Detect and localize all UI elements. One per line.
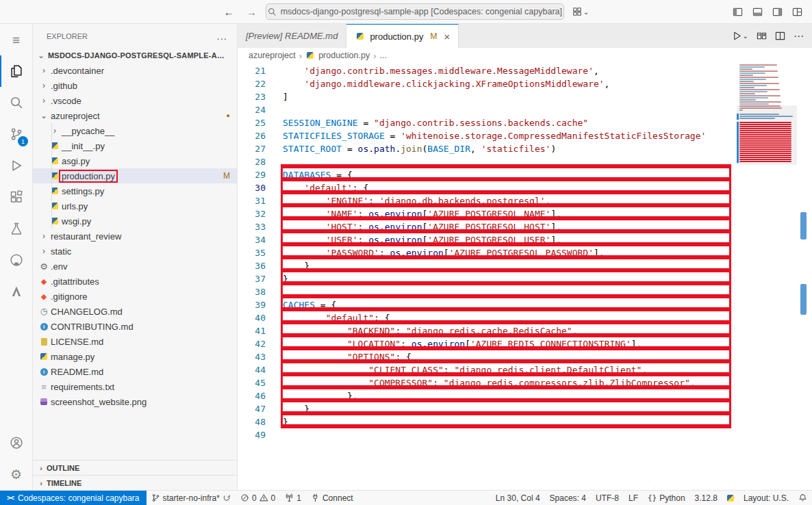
indentation-indicator[interactable]: Spaces: 4 [545, 491, 591, 505]
breadcrumb-item[interactable]: production.py [318, 51, 370, 60]
editor-tab[interactable]: [Preview] README.md [238, 24, 346, 48]
more-actions-icon[interactable]: ⋯ [794, 30, 804, 42]
open-changes-icon[interactable] [757, 31, 767, 41]
tree-item[interactable]: README.md [33, 364, 237, 379]
tree-item[interactable]: wsgi.py [33, 213, 237, 229]
remote-indicator[interactable]: >< Codespaces: congenial capybara [0, 491, 147, 505]
back-button[interactable]: ← [220, 5, 238, 19]
line-number[interactable]: 34 [238, 233, 266, 246]
code-line[interactable]: 23] [238, 90, 737, 103]
line-number[interactable]: 45 [238, 376, 266, 389]
code-line[interactable]: 46 }, [238, 389, 737, 402]
code-line[interactable]: 49 [238, 428, 737, 441]
code-editor[interactable]: 21 'django.contrib.messages.middleware.M… [238, 63, 737, 490]
eol-indicator[interactable]: LF [624, 491, 643, 505]
code-line[interactable]: 26STATICFILES_STORAGE = 'whitenoise.stor… [238, 129, 737, 142]
code-line[interactable]: 44 "CLIENT_CLASS": "django_redis.client.… [238, 363, 737, 376]
github-view-button[interactable] [0, 244, 32, 276]
code-line[interactable]: 21 'django.contrib.messages.middleware.M… [238, 64, 737, 77]
explorer-root-folder[interactable]: ⌄MSDOCS-DJANGO-POSTGRESQL-SAMPLE-APP... [33, 48, 237, 63]
source-control-view-button[interactable]: 1 [0, 118, 32, 150]
line-number[interactable]: 23 [238, 90, 266, 103]
code-line[interactable]: 37} [238, 272, 737, 285]
line-number[interactable]: 38 [238, 285, 266, 298]
run-python-file-button[interactable]: ⌄ [732, 31, 748, 41]
explorer-more-actions[interactable]: ... [216, 30, 227, 42]
code-line[interactable]: 34 'USER': os.environ['AZURE_POSTGRESQL_… [238, 233, 737, 246]
explorer-view-button[interactable] [0, 55, 32, 87]
line-number[interactable]: 24 [238, 103, 266, 116]
code-line[interactable]: 48} [238, 415, 737, 428]
toggle-secondary-sidebar-icon[interactable] [772, 7, 783, 17]
line-number[interactable]: 42 [238, 337, 266, 350]
code-line[interactable]: 47 } [238, 402, 737, 415]
breadcrumb-item[interactable]: ... [380, 51, 387, 60]
run-debug-view-button[interactable] [0, 150, 32, 181]
tree-item[interactable]: ›restaurant_review [33, 229, 237, 244]
tree-item[interactable]: ⌄azureproject● [33, 108, 237, 123]
problems-indicator[interactable]: 0 0 [236, 491, 280, 505]
code-line[interactable]: 41 "BACKEND": "django_redis.cache.RedisC… [238, 324, 737, 337]
tree-item[interactable]: production.pyM [33, 168, 237, 183]
timeline-section[interactable]: › TIMELINE [33, 475, 237, 490]
tree-item[interactable]: screenshot_website.png [33, 394, 237, 409]
encoding-indicator[interactable]: UTF-8 [591, 491, 624, 505]
python-interpreter-indicator[interactable]: 3.12.8 [690, 491, 722, 505]
tree-item[interactable]: __init__.py [33, 138, 237, 153]
line-number[interactable]: 30 [238, 181, 266, 194]
close-icon[interactable]: × [444, 31, 450, 42]
code-line[interactable]: 33 'HOST': os.environ['AZURE_POSTGRESQL_… [238, 220, 737, 233]
forward-button[interactable]: → [243, 5, 260, 19]
tree-item[interactable]: settings.py [33, 183, 237, 198]
code-line[interactable]: 32 'NAME': os.environ['AZURE_POSTGRESQL_… [238, 207, 737, 220]
line-number[interactable]: 48 [238, 415, 266, 428]
line-number[interactable]: 27 [238, 142, 266, 155]
ports-indicator[interactable]: 1 [280, 491, 306, 505]
tree-item[interactable]: ›static [33, 244, 237, 259]
tree-item[interactable]: CHANGELOG.md [33, 304, 237, 319]
minimap[interactable] [737, 63, 797, 490]
line-number[interactable]: 33 [238, 220, 266, 233]
line-number[interactable]: 29 [238, 168, 266, 181]
code-line[interactable]: 43 "OPTIONS": { [238, 350, 737, 363]
code-line[interactable]: 30 'default': { [238, 181, 737, 194]
tree-item[interactable]: ›__pycache__ [33, 123, 237, 138]
remote-window-menu-button[interactable]: ⌄ [570, 5, 592, 18]
code-line[interactable]: 24 [238, 103, 737, 116]
code-line[interactable]: 31 'ENGINE': 'django.db.backends.postgre… [238, 194, 737, 207]
language-mode-indicator[interactable]: {} Python [643, 491, 690, 505]
code-line[interactable]: 28 [238, 155, 737, 168]
toggle-panel-icon[interactable] [752, 7, 763, 17]
python-env-indicator[interactable] [722, 491, 739, 505]
line-number[interactable]: 22 [238, 77, 266, 90]
tree-item[interactable]: asgi.py [33, 153, 237, 168]
line-number[interactable]: 40 [238, 311, 266, 324]
code-line[interactable]: 35 'PASSWORD': os.environ['AZURE_POSTGRE… [238, 246, 737, 259]
command-center-search[interactable]: msdocs-django-postgresql-sample-app [Cod… [266, 3, 564, 20]
azure-view-button[interactable] [0, 276, 32, 307]
line-number[interactable]: 43 [238, 350, 266, 363]
branch-indicator[interactable]: starter-no-infra* [147, 491, 236, 505]
search-view-button[interactable] [0, 87, 32, 118]
overview-ruler-scrollbar[interactable] [797, 63, 812, 490]
tree-item[interactable]: urls.py [33, 198, 237, 213]
code-line[interactable]: 39CACHES = { [238, 298, 737, 311]
accounts-button[interactable] [0, 427, 32, 458]
line-number[interactable]: 28 [238, 155, 266, 168]
tree-item[interactable]: ›.devcontainer [33, 63, 237, 78]
keyboard-layout-indicator[interactable]: Layout: U.S. [739, 491, 794, 505]
extensions-view-button[interactable] [0, 181, 32, 213]
line-number[interactable]: 31 [238, 194, 266, 207]
line-number[interactable]: 44 [238, 363, 266, 376]
line-number[interactable]: 32 [238, 207, 266, 220]
code-line[interactable]: 42 "LOCATION": os.environ['AZURE_REDIS_C… [238, 337, 737, 350]
line-number[interactable]: 47 [238, 402, 266, 415]
code-line[interactable]: 45 "COMPRESSOR": "django_redis.compresso… [238, 376, 737, 389]
editor-tab[interactable]: production.pyM× [346, 24, 459, 48]
breadcrumb-item[interactable]: azureproject [249, 51, 296, 60]
line-number[interactable]: 49 [238, 428, 266, 441]
line-number[interactable]: 35 [238, 246, 266, 259]
code-line[interactable]: 38 [238, 285, 737, 298]
outline-section[interactable]: › OUTLINE [33, 460, 237, 475]
code-line[interactable]: 25SESSION_ENGINE = "django.contrib.sessi… [238, 116, 737, 129]
